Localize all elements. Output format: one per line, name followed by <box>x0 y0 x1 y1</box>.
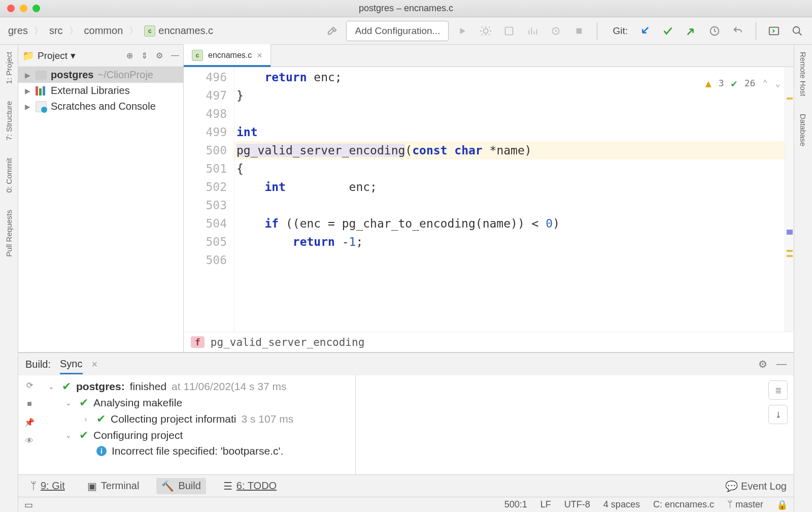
search-icon[interactable] <box>788 21 807 41</box>
tool-tab-project[interactable]: 1: Project <box>5 49 13 87</box>
code-area[interactable]: return enc;}intpg_valid_server_encoding(… <box>234 67 785 332</box>
crumb-common[interactable]: common <box>81 23 126 39</box>
collapse-icon[interactable]: ⇕ <box>141 51 148 60</box>
gear-icon[interactable]: ⚙ <box>758 358 767 370</box>
coverage-icon[interactable] <box>499 21 519 41</box>
debug-icon[interactable] <box>476 21 495 41</box>
run-config-combo[interactable]: Add Configuration... <box>346 21 449 41</box>
stop-icon[interactable] <box>569 21 589 41</box>
lock-icon[interactable]: 🔒 <box>776 499 788 510</box>
editor-body[interactable]: 496497498499500501502503504505506 return… <box>184 67 794 332</box>
function-icon: f <box>191 336 205 348</box>
tool-tab-commit[interactable]: 0: Commit <box>5 155 13 196</box>
gear-icon[interactable]: ⚙ <box>156 51 163 60</box>
close-icon[interactable]: × <box>257 50 262 61</box>
tool-tab-database[interactable]: Database <box>799 111 807 149</box>
editor-tabbar: c encnames.c × <box>184 45 794 67</box>
line-separator[interactable]: LF <box>540 499 551 510</box>
build-body: ⟳ ■ 📌 👁 ⌄✔postgres: finished at 11/06/20… <box>18 375 794 474</box>
error-stripe[interactable] <box>785 67 794 332</box>
commit-icon[interactable] <box>658 21 678 41</box>
svg-point-0 <box>484 28 488 33</box>
file-encoding[interactable]: UTF-8 <box>564 499 590 510</box>
attach-icon[interactable] <box>546 21 565 41</box>
editor-breadcrumb[interactable]: f pg_valid_server_encoding <box>184 332 794 352</box>
indent-setting[interactable]: 4 spaces <box>603 499 640 510</box>
statusbar-toggle-icon[interactable]: ▭ <box>24 499 33 510</box>
tree-row[interactable]: ▶ postgres ~/ClionProje <box>18 67 183 83</box>
history-icon[interactable] <box>705 21 724 41</box>
warning-icon: ▲ <box>705 74 712 92</box>
crumb-src[interactable]: src <box>46 23 66 39</box>
build-side-toolbar: ⟳ ■ 📌 👁 <box>18 375 41 474</box>
hide-icon[interactable]: — <box>776 358 787 370</box>
folder-icon <box>36 71 47 80</box>
tree-label: Scratches and Console <box>51 101 156 112</box>
crumb-file[interactable]: cencnames.c <box>141 23 216 39</box>
hammer-icon[interactable] <box>323 21 342 41</box>
project-title[interactable]: 📁 Project ▾ <box>22 50 76 61</box>
disclosure-icon[interactable]: ▶ <box>23 103 31 111</box>
left-tool-strip: 1: Project 7: Structure 0: Commit Pull R… <box>0 45 18 512</box>
caret-position[interactable]: 500:1 <box>504 499 527 510</box>
inspection-widget[interactable]: ▲3 ✔26 ⌃ ⌄ <box>702 73 784 93</box>
main-area: 1: Project 7: Structure 0: Commit Pull R… <box>0 45 812 512</box>
line-gutter[interactable]: 496497498499500501502503504505506 <box>184 67 234 332</box>
tool-tab-pull-requests[interactable]: Pull Requests <box>5 207 13 260</box>
chevron-up-icon[interactable]: ⌃ <box>762 74 768 92</box>
tool-tab-terminal[interactable]: ▣ Terminal <box>82 478 145 494</box>
refresh-icon[interactable]: ⟳ <box>26 380 33 390</box>
tree-row[interactable]: ▶ External Libraries <box>18 83 183 99</box>
git-branch[interactable]: ᛘ master <box>727 499 763 510</box>
build-tree[interactable]: ⌄✔postgres: finished at 11/06/202(14 s 3… <box>41 375 355 474</box>
center-column: 📁 Project ▾ ⊕ ⇕ ⚙ — ▶ postgres ~/ClionPr… <box>18 45 794 512</box>
status-bar: ▭ 500:1 LF UTF-8 4 spaces C: encnames.c … <box>18 497 794 512</box>
tree-row[interactable]: ▶ Scratches and Console <box>18 99 183 114</box>
svg-rect-1 <box>505 27 513 35</box>
context-label[interactable]: C: encnames.c <box>653 499 714 510</box>
chevron-down-icon[interactable]: ⌄ <box>775 74 781 92</box>
library-icon <box>36 86 47 95</box>
scratch-icon <box>36 101 47 112</box>
separator <box>597 22 597 40</box>
build-tab-sync[interactable]: Sync <box>60 358 82 374</box>
event-log-button[interactable]: 💬 Event Log <box>725 480 787 492</box>
navigation-breadcrumbs: gres〉 src〉 common〉 cencnames.c <box>5 23 216 39</box>
svg-rect-3 <box>577 28 582 34</box>
close-icon[interactable]: × <box>92 359 98 370</box>
stop-icon[interactable]: ■ <box>27 399 32 408</box>
disclosure-icon[interactable]: ▶ <box>23 87 31 95</box>
tool-tab-remote-host[interactable]: Remote Host <box>799 49 807 100</box>
chevron-right-icon: 〉 <box>34 25 43 37</box>
tool-tab-todo[interactable]: ☰ 6: TODO <box>218 478 282 494</box>
separator <box>756 22 756 40</box>
warning-count: 3 <box>719 74 724 92</box>
crumb-root[interactable]: gres <box>5 23 31 39</box>
build-tool-window: Build: Sync × ⚙ — ⟳ ■ 📌 👁 ⌄✔postgres: fi… <box>18 353 794 474</box>
tool-tab-git[interactable]: ᛘ 9: Git <box>25 478 70 494</box>
tool-tab-build[interactable]: 🔨 Build <box>156 478 206 494</box>
editor: c encnames.c × 4964974984995005015025035… <box>184 45 794 352</box>
eye-icon[interactable]: 👁 <box>25 436 33 445</box>
soft-wrap-icon[interactable]: ≣ <box>768 380 788 400</box>
project-header: 📁 Project ▾ ⊕ ⇕ ⚙ — <box>18 45 183 67</box>
run-icon[interactable] <box>453 21 472 41</box>
update-project-icon[interactable] <box>635 21 654 41</box>
tree-label: External Libraries <box>51 85 130 97</box>
check-icon: ✔ <box>731 74 737 92</box>
project-tree[interactable]: ▶ postgres ~/ClionProje ▶ External Libra… <box>18 67 183 352</box>
rollback-icon[interactable] <box>728 21 748 41</box>
upper-split: 📁 Project ▾ ⊕ ⇕ ⚙ — ▶ postgres ~/ClionPr… <box>18 45 794 353</box>
tool-tab-structure[interactable]: 7: Structure <box>5 98 13 144</box>
profiler-icon[interactable] <box>523 21 542 41</box>
svg-point-6 <box>793 26 800 33</box>
disclosure-icon[interactable]: ▶ <box>23 71 31 79</box>
hide-icon[interactable]: — <box>171 51 179 60</box>
editor-tab[interactable]: c encnames.c × <box>184 44 271 67</box>
scroll-to-end-icon[interactable]: ⤓ <box>768 405 788 424</box>
push-icon[interactable] <box>682 21 701 41</box>
pin-icon[interactable]: 📌 <box>24 418 35 427</box>
run-anything-icon[interactable] <box>764 21 784 41</box>
build-header: Build: Sync × ⚙ — <box>18 353 794 375</box>
locate-icon[interactable]: ⊕ <box>126 51 133 60</box>
